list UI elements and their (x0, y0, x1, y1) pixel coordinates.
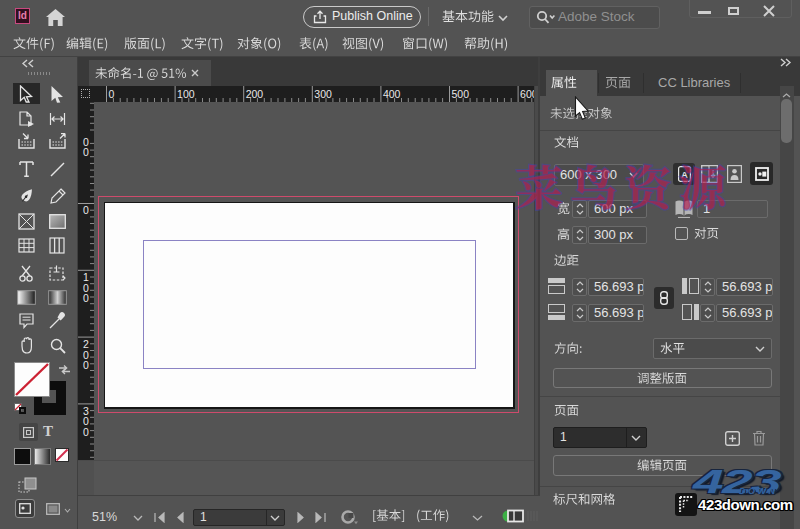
svg-text:0: 0 (83, 426, 89, 438)
svg-text:100: 100 (177, 88, 195, 100)
svg-text:0: 0 (109, 88, 115, 100)
svg-text:0: 0 (83, 292, 89, 304)
svg-text:0: 0 (83, 359, 89, 371)
svg-text:500: 500 (452, 88, 470, 100)
svg-text:200: 200 (246, 88, 264, 100)
svg-text:0: 0 (83, 146, 89, 158)
svg-text:400: 400 (383, 88, 401, 100)
svg-text:600: 600 (520, 88, 534, 100)
svg-text:300: 300 (314, 88, 332, 100)
svg-text:0: 0 (83, 204, 89, 216)
